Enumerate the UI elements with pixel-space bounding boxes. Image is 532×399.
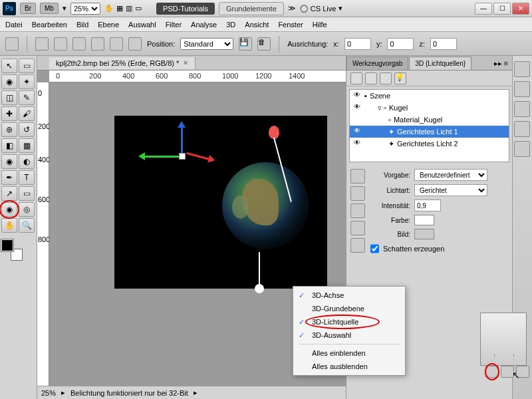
color-swatches[interactable] [1,239,23,261]
layout-icon[interactable]: ▥ [126,4,132,13]
status-zoom[interactable]: 25% [41,389,56,397]
axis-y[interactable] [181,122,183,156]
filter-mesh-icon[interactable] [365,72,377,84]
light-marker-1[interactable] [269,126,279,139]
stamp-tool[interactable]: ⊛ [1,122,17,137]
maximize-button[interactable]: ☐ [493,3,511,15]
app-logo[interactable]: Ps [3,2,16,15]
3d-camera-tool[interactable]: ◎ [19,202,35,217]
workspace-tab-grundelemente[interactable]: Grundelemente [219,2,284,15]
filter-light-icon[interactable]: 💡 [394,72,406,84]
cm-3d-achse[interactable]: 3D-Achse [293,289,405,302]
menu-ebene[interactable]: Ebene [98,21,119,29]
tab-werkzeugvorgaben[interactable]: Werkzeugvorgab [346,57,408,70]
3d-scale-icon[interactable] [128,37,142,51]
select-tool[interactable]: ▭ [19,59,35,73]
schatten-checkbox[interactable] [370,243,379,255]
minibridge-button[interactable]: Mb [40,3,59,14]
light-point-tool[interactable] [350,221,365,235]
move-tool[interactable]: ↖ [1,59,17,73]
panel-menu-icon[interactable]: ▸▸ ≡ [490,57,512,70]
cm-3d-auswahl[interactable]: 3D-Auswahl [293,329,405,342]
3d-roll-icon[interactable] [72,37,86,51]
shape-tool[interactable]: ▭ [19,186,35,201]
filter-scene-icon[interactable] [350,72,362,84]
trash-icon[interactable]: 🗑 [257,37,271,51]
toggle-3d-overlays-button[interactable] [485,366,499,378]
cm-3d-lichtquelle[interactable]: 3D-Lichtquelle [293,315,405,329]
axis-z[interactable] [186,152,212,161]
tab-3d-lichtquellen[interactable]: 3D {Lichtquellen} [409,57,471,70]
close-button[interactable]: ✕ [512,3,529,15]
path-tool[interactable]: ↗ [1,186,17,201]
cslive-label[interactable]: CS Live [311,5,336,13]
tree-row-kugel[interactable]: 👁▿ ▫ Kugel [350,102,509,114]
save-icon[interactable]: 💾 [239,37,252,51]
3d-home-icon[interactable] [35,37,49,51]
farbe-swatch[interactable] [414,215,434,225]
menu-bearbeiten[interactable]: Bearbeiten [32,21,67,29]
workspace-tab-tutorials[interactable]: PSD-Tutorials [156,3,215,15]
visibility-icon[interactable]: 👁 [352,139,362,148]
lichtart-select[interactable]: Gerichtet [414,184,487,196]
blur-tool[interactable]: ◉ [1,154,17,169]
gradient-tool[interactable]: ▦ [19,138,35,153]
screen-icon[interactable]: ▭ [135,4,142,13]
light-rotate-tool[interactable] [350,169,365,184]
menu-datei[interactable]: Datei [5,21,23,29]
adjustments-panel-icon[interactable] [514,121,530,137]
axis-x[interactable] [141,156,181,158]
bridge-button[interactable]: Br [20,3,36,14]
visibility-icon[interactable]: 👁 [352,103,362,112]
visibility-icon[interactable]: 👁 [352,127,362,136]
position-select[interactable]: Standard [180,38,233,50]
lasso-tool[interactable]: ◉ [1,74,17,89]
pen-tool[interactable]: ✒ [1,170,17,185]
z-input[interactable] [430,38,457,50]
crop-tool[interactable]: ◫ [1,90,17,105]
intensitat-input[interactable] [414,200,441,211]
wand-tool[interactable]: ✦ [19,74,35,89]
hand-tool[interactable]: ✋ [1,218,17,233]
color-panel-icon[interactable] [514,61,530,77]
light-slide-tool[interactable] [350,203,365,218]
bild-swatch[interactable] [414,229,434,239]
swatches-panel-icon[interactable] [514,81,530,97]
3d-slide-icon[interactable] [110,37,123,51]
x-input[interactable] [344,38,371,50]
hand-icon[interactable]: ✋ [104,4,114,13]
cm-alles-ausblenden[interactable]: Alles ausblenden [293,360,405,373]
light-marker-2[interactable] [259,252,260,285]
earth-sphere[interactable] [222,162,309,249]
grid-icon[interactable]: ▦ [116,4,123,13]
tree-row-szene[interactable]: 👁▪Szene [350,90,509,102]
type-tool[interactable]: T [19,170,35,185]
scene-tree[interactable]: 👁▪Szene 👁▿ ▫ Kugel ▫ Material_Kugel 👁✦ G… [349,89,509,162]
eyedropper-tool[interactable]: ✎ [19,90,35,105]
layers-panel-icon[interactable] [514,141,530,157]
zoom-select[interactable]: 25% [70,3,100,15]
tree-row-licht1[interactable]: 👁✦ Gerichtetes Licht 1 [350,126,509,138]
vorgabe-select[interactable]: Benutzerdefiniert [414,169,487,181]
menu-bild[interactable]: Bild [76,21,88,29]
3d-rotate-tool[interactable]: ◉ [1,202,17,217]
cm-3d-grundebene[interactable]: 3D-Grundebene [293,302,405,315]
light-pan-tool[interactable] [350,186,365,201]
3d-pan-icon[interactable] [91,37,104,51]
visibility-icon[interactable]: 👁 [352,91,362,100]
3d-rotate-icon[interactable] [54,37,67,51]
axis-center[interactable] [179,153,186,160]
minimize-button[interactable]: — [475,3,492,15]
tree-row-licht2[interactable]: 👁✦ Gerichtetes Licht 2 [350,138,509,150]
tree-row-material[interactable]: ▫ Material_Kugel [350,114,509,126]
menu-filter[interactable]: Filter [166,21,182,29]
menu-3d[interactable]: 3D [226,21,235,29]
current-tool-icon[interactable] [5,37,19,51]
menu-fenster[interactable]: Fenster [278,21,303,29]
history-tool[interactable]: ↺ [19,122,35,137]
y-input[interactable] [387,38,414,50]
more-workspaces[interactable]: ≫ [288,4,296,13]
dodge-tool[interactable]: ◐ [19,154,35,169]
light-scale-tool[interactable] [350,238,365,253]
cm-alles-einblenden[interactable]: Alles einblenden [293,346,405,360]
